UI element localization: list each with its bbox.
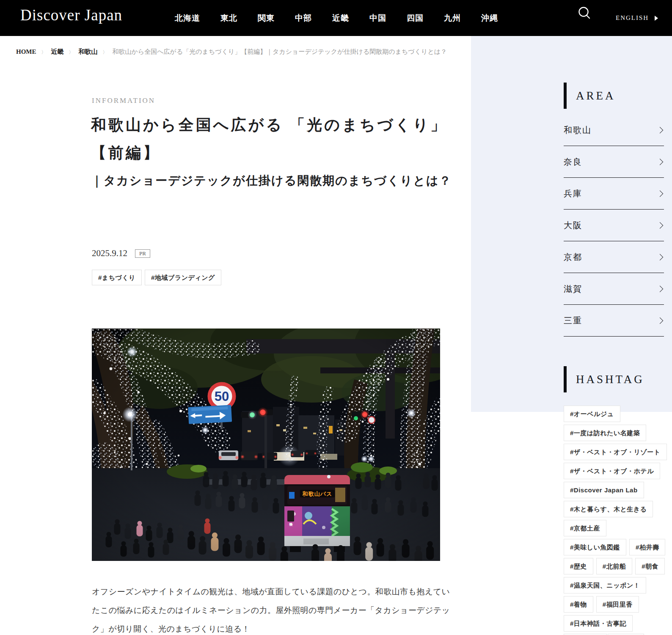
hashtag-chip[interactable]: #歴史 — [564, 558, 593, 574]
hashtag-chip[interactable]: #福田里香 — [596, 596, 639, 613]
nav-region-item[interactable]: 四国 — [407, 13, 424, 24]
hashtag-chip[interactable]: #一度は訪れたい名建築 — [564, 425, 646, 441]
pr-badge: PR — [135, 249, 150, 258]
area-item-label: 滋賀 — [564, 283, 582, 295]
caret-right-icon — [655, 16, 658, 21]
hero-photo: 50 和歌山バス 乗降中 — [92, 329, 440, 561]
hashtag-chip[interactable]: #柏井壽 — [629, 539, 665, 555]
breadcrumb-link[interactable]: HOME — [16, 48, 36, 55]
chevron-right-icon — [657, 222, 664, 229]
language-switcher[interactable]: ENGLISH — [616, 0, 658, 36]
search-icon[interactable] — [576, 6, 592, 21]
area-list-item[interactable]: 和歌山 — [564, 114, 664, 146]
article-category: INFORMATION — [92, 97, 155, 105]
area-list-item[interactable]: 京都 — [564, 241, 664, 273]
nav-region-item[interactable]: 中部 — [295, 13, 312, 24]
hashtag-chip[interactable]: #京都土産 — [564, 520, 606, 536]
area-item-label: 和歌山 — [564, 124, 592, 136]
nav-region-item[interactable]: 九州 — [444, 13, 461, 24]
nav-region-item[interactable]: 東北 — [220, 13, 237, 24]
site-header: Discover Japan 北海道東北関東中部近畿中国四国九州沖縄 ENGLI… — [0, 0, 672, 36]
article-tag-chip[interactable]: #まちづくり — [92, 270, 142, 285]
nav-region-item[interactable]: 沖縄 — [481, 13, 498, 24]
hashtag-chip[interactable]: #ザ・ベスト・オブ・ホテル — [564, 463, 660, 479]
hashtag-chip[interactable]: #Discover Japan Lab — [564, 482, 644, 498]
publish-date: 2025.9.12 — [92, 248, 127, 259]
article-title-main: 和歌山から全国へ広がる 「光のまちづくり」【前編】 — [91, 111, 463, 167]
section-accent-bar — [564, 366, 567, 392]
area-list-item[interactable]: 兵庫 — [564, 178, 664, 210]
area-item-label: 奈良 — [564, 156, 582, 168]
hashtag-section-title: HASHTAG — [576, 373, 644, 386]
chevron-right-icon — [657, 254, 664, 260]
chevron-right-icon — [657, 285, 664, 292]
article-meta: 2025.9.12 PR — [92, 248, 150, 259]
lead-paragraph: オフシーズンやナイトタイムの観光は、地域が直面している課題のひとつ。和歌山市も抱… — [92, 583, 454, 635]
area-list-item[interactable]: 奈良 — [564, 146, 664, 178]
breadcrumb: HOME 〉 近畿 〉 和歌山 〉 和歌山から全国へ広がる「光のまちづくり」【前… — [16, 48, 460, 56]
site-logo[interactable]: Discover Japan — [20, 6, 122, 24]
area-list: 和歌山 奈良 兵庫 大阪 京都 滋賀 三重 — [564, 114, 664, 337]
breadcrumb-separator-icon: 〉 — [103, 49, 107, 55]
chevron-right-icon — [657, 158, 664, 165]
area-list-item[interactable]: 大阪 — [564, 210, 664, 241]
breadcrumb-link[interactable]: 和歌山 — [79, 48, 98, 56]
nav-region-item[interactable]: 関東 — [258, 13, 275, 24]
nav-region-item[interactable]: 北海道 — [175, 13, 200, 24]
area-item-label: 三重 — [564, 315, 582, 326]
hashtag-chip[interactable]: #北前船 — [596, 558, 632, 574]
chevron-right-icon — [657, 127, 664, 133]
area-item-label: 兵庫 — [564, 188, 582, 199]
main-nav: 北海道東北関東中部近畿中国四国九州沖縄 — [175, 0, 498, 36]
article-tags: #まちづくり#地域ブランディング — [92, 270, 221, 285]
nav-region-item[interactable]: 近畿 — [332, 13, 349, 24]
area-item-label: 京都 — [564, 251, 582, 263]
area-item-label: 大阪 — [564, 220, 582, 231]
area-list-item[interactable]: 滋賀 — [564, 273, 664, 305]
hashtag-chip[interactable]: #美味しい魚図鑑 — [564, 539, 626, 555]
article-tag-chip[interactable]: #地域ブランディング — [145, 270, 221, 285]
breadcrumb-separator-icon: 〉 — [69, 49, 74, 55]
hashtag-chip[interactable]: #木と暮らす、木と生きる — [564, 501, 653, 517]
hashtag-chip[interactable]: #日本神話・古事記 — [564, 615, 633, 632]
nav-region-item[interactable]: 中国 — [369, 13, 386, 24]
hashtag-cloud: #オーベルジュ#一度は訪れたい名建築#ザ・ベスト・オブ・リゾート#ザ・ベスト・オ… — [564, 406, 670, 632]
hashtag-chip[interactable]: #着物 — [564, 596, 593, 613]
hashtag-chip[interactable]: #温泉天国、ニッポン！ — [564, 577, 646, 594]
hashtag-chip[interactable]: #オーベルジュ — [564, 406, 620, 422]
hashtag-chip[interactable]: #ザ・ベスト・オブ・リゾート — [564, 444, 667, 460]
area-section-header: AREA — [564, 83, 616, 109]
section-accent-bar — [564, 83, 567, 109]
hashtag-chip[interactable]: #朝食 — [635, 558, 665, 574]
article-title-sub: ｜タカショーデジテックが仕掛ける閑散期のまちづくりとは？ — [91, 168, 463, 194]
breadcrumb-current: 和歌山から全国へ広がる「光のまちづくり」【前編】｜タカショーデジテックが仕掛ける… — [113, 48, 447, 56]
chevron-right-icon — [657, 190, 664, 197]
breadcrumb-link[interactable]: 近畿 — [51, 48, 64, 56]
hashtag-section-header: HASHTAG — [564, 366, 644, 392]
area-section-title: AREA — [576, 89, 616, 102]
area-list-item[interactable]: 三重 — [564, 305, 664, 337]
language-label: ENGLISH — [616, 14, 649, 22]
breadcrumb-separator-icon: 〉 — [41, 49, 46, 55]
chevron-right-icon — [657, 317, 664, 324]
